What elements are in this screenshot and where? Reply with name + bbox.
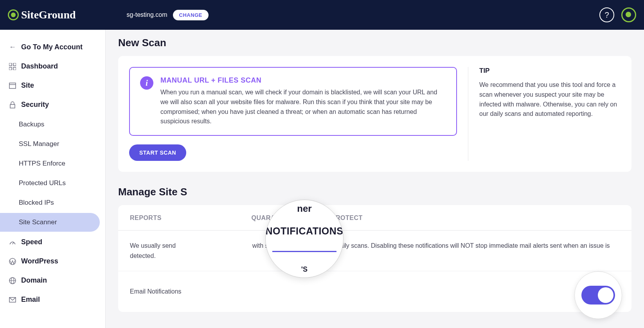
magnifier-underline xyxy=(272,251,336,252)
tab-reports[interactable]: REPORTS xyxy=(130,214,162,230)
sidebar-item-label: Domain xyxy=(21,276,47,285)
dashboard-icon xyxy=(9,63,16,70)
notifications-description: We usually send with summary of your web… xyxy=(130,241,620,261)
sidebar-item-email[interactable]: Email xyxy=(0,290,105,309)
top-bar-right: ? xyxy=(599,7,636,22)
email-notifications-toggle[interactable] xyxy=(581,286,615,305)
sidebar-item-wordpress[interactable]: WordPress xyxy=(0,252,105,271)
tip-text: We recommend that you use this tool and … xyxy=(479,80,621,119)
change-button[interactable]: CHANGE xyxy=(173,10,209,20)
avatar-icon[interactable] xyxy=(621,7,636,22)
email-notifications-label: Email Notifications xyxy=(130,288,182,295)
top-bar-left: SiteGround sg-testing.com CHANGE xyxy=(8,9,209,21)
wordpress-icon xyxy=(9,258,16,265)
sidebar-sub-protected-urls[interactable]: Protected URLs xyxy=(0,174,105,193)
page-title-manage: Manage Site S xyxy=(118,186,631,198)
toggle-knob xyxy=(598,287,613,303)
logo-icon xyxy=(8,9,19,20)
sidebar-item-label: Email xyxy=(21,296,40,304)
sidebar-item-dashboard[interactable]: Dashboard xyxy=(0,57,105,76)
sidebar: ← Go To My Account Dashboard Site Securi… xyxy=(0,30,106,328)
info-icon: i xyxy=(140,76,153,90)
sidebar-item-site[interactable]: Site xyxy=(0,76,105,95)
speed-icon xyxy=(9,238,16,246)
sidebar-sub-ssl-manager[interactable]: SSL Manager xyxy=(0,135,105,153)
logo[interactable]: SiteGround xyxy=(8,9,76,21)
top-bar: SiteGround sg-testing.com CHANGE ? xyxy=(0,0,644,30)
globe-icon xyxy=(9,277,16,285)
back-label: Go To My Account xyxy=(21,43,83,51)
magnifier-bottom-fragment: 'S xyxy=(301,265,308,274)
svg-rect-0 xyxy=(9,63,12,66)
svg-rect-6 xyxy=(10,105,15,108)
svg-rect-1 xyxy=(13,63,16,66)
page-title-new-scan: New Scan xyxy=(118,37,631,49)
sidebar-sub-https-enforce[interactable]: HTTPS Enforce xyxy=(0,154,105,173)
tip-panel: TIP We recommend that you use this tool … xyxy=(468,67,621,161)
sidebar-item-label: WordPress xyxy=(21,257,58,265)
notifications-body: We usually send with summary of your web… xyxy=(118,231,631,271)
sidebar-item-label: Security xyxy=(21,101,49,109)
logo-text: SiteGround xyxy=(21,9,76,21)
sidebar-item-domain[interactable]: Domain xyxy=(0,271,105,290)
sidebar-sub-site-scanner[interactable]: Site Scanner xyxy=(0,213,100,232)
arrow-left-icon: ← xyxy=(9,43,16,51)
manage-tabs: REPORTS NOTIFICATIONS QUARANTINE SITE PR… xyxy=(118,205,631,231)
sidebar-sub-blocked-ips[interactable]: Blocked IPs xyxy=(0,193,105,212)
new-scan-left: i MANUAL URL + FILES SCAN When you run a… xyxy=(129,67,468,161)
start-scan-button[interactable]: START SCAN xyxy=(129,144,186,161)
email-notifications-row: Email Notifications xyxy=(118,271,631,312)
domain-area: sg-testing.com CHANGE xyxy=(127,10,209,20)
sidebar-item-security[interactable]: Security xyxy=(0,95,105,114)
site-icon xyxy=(9,82,16,90)
magnifier-main-label: NOTIFICATIONS xyxy=(265,225,343,237)
help-icon[interactable]: ? xyxy=(599,7,614,22)
sidebar-item-label: Site xyxy=(21,81,34,90)
back-to-account[interactable]: ← Go To My Account xyxy=(0,38,105,57)
lock-icon xyxy=(9,101,16,109)
magnifier-top-fragment: ner xyxy=(297,203,311,214)
new-scan-card: i MANUAL URL + FILES SCAN When you run a… xyxy=(118,56,631,172)
manage-card: REPORTS NOTIFICATIONS QUARANTINE SITE PR… xyxy=(118,205,631,312)
scan-info-box: i MANUAL URL + FILES SCAN When you run a… xyxy=(129,67,457,136)
scan-text-block: MANUAL URL + FILES SCAN When you run a m… xyxy=(160,76,446,126)
domain-text: sg-testing.com xyxy=(127,11,167,18)
scan-box-desc: When you run a manual scan, we will chec… xyxy=(160,88,446,126)
scan-box-title: MANUAL URL + FILES SCAN xyxy=(160,76,446,85)
sidebar-sub-backups[interactable]: Backups xyxy=(0,115,105,134)
email-icon xyxy=(9,296,16,304)
svg-rect-3 xyxy=(13,67,16,70)
sidebar-item-label: Dashboard xyxy=(21,62,58,70)
svg-rect-2 xyxy=(9,67,12,70)
notifications-magnifier-callout: ner NOTIFICATIONS 'S xyxy=(265,200,344,278)
tip-heading: TIP xyxy=(479,67,621,75)
sidebar-item-speed[interactable]: Speed xyxy=(0,232,105,252)
main-content: New Scan i MANUAL URL + FILES SCAN When … xyxy=(106,30,644,328)
svg-rect-4 xyxy=(9,83,16,88)
layout: ← Go To My Account Dashboard Site Securi… xyxy=(0,30,644,328)
sidebar-item-label: Speed xyxy=(21,238,42,246)
toggle-magnifier-callout xyxy=(574,271,622,319)
